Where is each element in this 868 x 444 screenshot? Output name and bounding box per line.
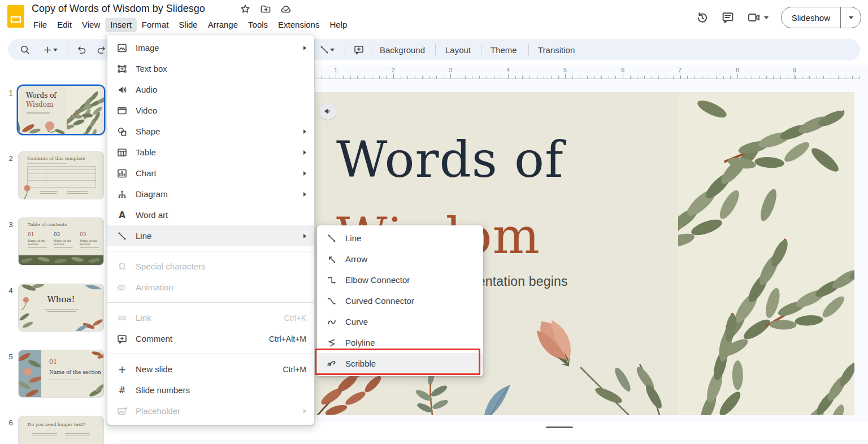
submenu-item-arrow[interactable]: Arrow <box>317 249 483 269</box>
insert-menu: Image Text box Audio Video Shape Table C… <box>107 35 314 425</box>
notes-drag-handle[interactable] <box>546 426 573 428</box>
menu-slide[interactable]: Slide <box>173 18 202 32</box>
submenu-item-curved-connector[interactable]: Curved Connector <box>317 290 483 311</box>
menu-item-placeholder[interactable]: Placeholder <box>107 401 314 421</box>
meet-button[interactable] <box>747 11 769 24</box>
zoom-button[interactable]: + <box>35 39 64 60</box>
menu-item-table[interactable]: Table <box>107 142 314 163</box>
slide-number: 1 <box>6 89 16 97</box>
menu-item-chart[interactable]: Chart <box>107 163 314 184</box>
menu-view[interactable]: View <box>77 18 105 32</box>
slide-thumbnail-6[interactable]: Do you need longer text? <box>18 416 104 444</box>
slide-thumbnail-4[interactable]: Whoa! <box>18 284 104 332</box>
slideshow-dropdown[interactable] <box>840 7 861 28</box>
toolbar-divider <box>435 44 436 55</box>
add-comment-icon <box>353 44 364 55</box>
menu-format[interactable]: Format <box>137 18 174 32</box>
thumb-title: Contents of this template <box>27 156 85 161</box>
ruler-number: 6 <box>621 67 624 73</box>
menu-help[interactable]: Help <box>324 18 352 32</box>
slide-thumbnail-3[interactable]: Table of contents 01 02 03 Name of the s… <box>18 217 104 265</box>
audio-play-button[interactable] <box>319 103 336 120</box>
thumb-number: 02 <box>54 232 60 237</box>
menu-item-comment[interactable]: Comment Ctrl+Alt+M <box>107 328 314 349</box>
slide-thumbnail-1[interactable]: Words of Wisdom <box>18 86 104 134</box>
ruler-number: 2 <box>392 67 395 73</box>
shortcut-label: Ctrl+K <box>284 314 306 323</box>
line-icon <box>319 44 330 55</box>
ruler-number: 8 <box>736 67 739 73</box>
star-icon[interactable] <box>240 3 251 15</box>
search-menus-button[interactable] <box>15 39 35 60</box>
menu-tools[interactable]: Tools <box>243 18 273 32</box>
plus-icon: + <box>42 44 53 55</box>
transition-button[interactable]: Transition <box>533 39 579 60</box>
add-comment-button[interactable] <box>348 39 370 60</box>
placeholder-icon <box>116 406 128 417</box>
chevron-down-icon <box>53 49 58 51</box>
hash-icon: # <box>116 385 128 396</box>
menu-item-video[interactable]: Video <box>107 100 314 121</box>
submenu-item-polyline[interactable]: Polyline <box>317 332 483 353</box>
submenu-item-elbow-connector[interactable]: Elbow Connector <box>317 269 483 290</box>
undo-button[interactable] <box>71 39 92 60</box>
cloud-saved-icon[interactable] <box>280 3 292 15</box>
line-tool-button[interactable] <box>313 39 340 60</box>
thumb-title: Words of <box>26 92 57 99</box>
menu-file[interactable]: File <box>28 18 52 32</box>
layout-button[interactable]: Layout <box>441 39 475 60</box>
undo-icon <box>76 44 87 55</box>
background-button[interactable]: Background <box>375 39 429 60</box>
slide-thumbnail-2[interactable]: Contents of this template <box>18 151 104 199</box>
arrow-line-icon <box>326 254 337 265</box>
move-folder-icon[interactable] <box>260 3 271 15</box>
scribble-icon <box>326 358 337 369</box>
theme-button[interactable]: Theme <box>486 39 522 60</box>
slides-logo[interactable] <box>7 5 25 28</box>
menu-item-link[interactable]: Link Ctrl+K <box>107 307 314 328</box>
submenu-item-line[interactable]: Line <box>317 228 483 249</box>
chart-icon <box>116 168 128 179</box>
slideshow-button[interactable]: Slideshow <box>781 7 861 28</box>
app-header: Copy of Words of Wisdom by Slidesgo File… <box>0 0 868 35</box>
document-title[interactable]: Copy of Words of Wisdom by Slidesgo <box>32 3 205 15</box>
submenu-item-scribble[interactable]: Scribble <box>317 353 483 374</box>
menu-item-word-art[interactable]: A Word art <box>107 204 314 225</box>
version-history-icon[interactable] <box>695 11 709 24</box>
slide-thumbnail-5[interactable]: 01 Name of the section <box>18 350 104 398</box>
menu-item-image[interactable]: Image <box>107 37 314 58</box>
ruler-number: 5 <box>563 67 567 73</box>
menu-item-audio[interactable]: Audio <box>107 79 314 100</box>
image-icon <box>116 42 128 54</box>
slideshow-label: Slideshow <box>782 13 840 23</box>
word-art-icon: A <box>116 210 128 221</box>
shortcut-label: Ctrl+Alt+M <box>269 334 306 343</box>
floral-decoration <box>86 350 103 360</box>
chevron-down-icon <box>849 16 853 19</box>
comment-icon[interactable] <box>721 11 735 24</box>
submenu-arrow-icon <box>303 46 306 50</box>
slide-title-line1[interactable]: Words of <box>336 130 564 189</box>
menu-item-text-box[interactable]: Text box <box>107 58 314 79</box>
ruler-number: 7 <box>678 67 682 73</box>
submenu-item-curve[interactable]: Curve <box>317 311 483 332</box>
menu-item-new-slide[interactable]: + New slide Ctrl+M <box>107 359 314 380</box>
line-icon <box>326 233 337 244</box>
menu-item-shape[interactable]: Shape <box>107 121 314 142</box>
menu-item-diagram[interactable]: Diagram <box>107 184 314 204</box>
menu-item-animation[interactable]: Animation <box>107 277 314 298</box>
menu-edit[interactable]: Edit <box>52 18 77 32</box>
thumb-table <box>27 166 96 188</box>
menu-item-special-characters[interactable]: Ω Special characters <box>107 256 314 277</box>
slide-number: 2 <box>6 154 16 163</box>
elbow-connector-icon <box>326 275 337 286</box>
plus-icon: + <box>116 364 128 375</box>
menu-arrange[interactable]: Arrange <box>203 18 243 32</box>
menu-item-line[interactable]: Line <box>107 225 314 246</box>
menu-item-slide-numbers[interactable]: # Slide numbers <box>107 380 314 401</box>
thumb-label: Name of the section <box>54 239 75 246</box>
search-icon <box>19 44 31 55</box>
slide-number: 4 <box>6 286 16 295</box>
menu-insert[interactable]: Insert <box>105 18 137 32</box>
menu-extensions[interactable]: Extensions <box>273 18 324 32</box>
